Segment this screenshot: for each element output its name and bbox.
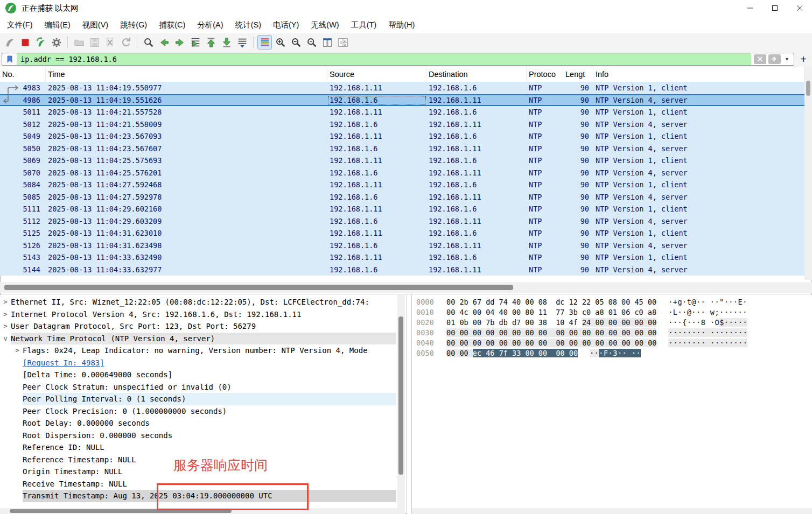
packet-row[interactable]: 50842025-08-13 11:04:27.592468192.168.1.… [0,179,804,191]
expand-icon[interactable]: > [12,344,23,357]
minimize-button[interactable] [738,0,762,16]
detail-line[interactable]: Peer Clock Stratum: unspecified or inval… [0,381,397,393]
hex-row[interactable]: 001000 4c 00 04 40 00 80 11 77 3b c0 a8 … [412,307,812,318]
restart-capture-button[interactable] [33,35,48,50]
detail-line[interactable]: >Flags: 0x24, Leap Indicator: no warning… [0,344,397,357]
menu-item-analyze[interactable]: 分析(A) [191,16,229,34]
hex-row[interactable]: 005000 00 ec 46 7f 33 00 00 00 00···F·3·… [412,348,812,358]
expand-icon[interactable]: > [0,320,11,333]
filter-apply-button[interactable] [768,54,781,64]
save-file-button[interactable] [87,35,102,50]
scrollbar-thumb[interactable] [806,81,810,96]
detail-line[interactable]: Peer Polling Interval: 0 (1 seconds) [0,393,397,405]
hex-row[interactable]: 000000 2b 67 dd 74 40 00 08 dc 12 22 05 … [412,297,812,307]
detail-line[interactable]: Reference ID: NULL [0,441,397,454]
detail-line[interactable]: Peer Clock Precision: 0 (1.000000000 sec… [0,405,397,418]
column-header-no[interactable]: No. [0,67,46,82]
collapse-icon[interactable]: v [0,333,11,345]
detail-line[interactable]: >User Datagram Protocol, Src Port: 123, … [0,320,397,333]
filter-dropdown-button[interactable]: ▼ [782,57,792,62]
zoom-reset-button[interactable] [304,35,319,50]
scrollbar-thumb[interactable] [398,316,403,475]
packet-row[interactable]: 50702025-08-13 11:04:25.576201192.168.1.… [0,167,804,179]
close-button[interactable] [787,0,812,16]
packet-row[interactable]: 50852025-08-13 11:04:27.592978192.168.1.… [0,191,804,203]
expand-icon[interactable]: > [0,308,11,321]
details-vertical-scrollbar[interactable] [397,295,405,508]
menu-item-go[interactable]: 跳转(G) [114,16,153,34]
stop-capture-button[interactable] [18,35,32,50]
zoom-out-button[interactable] [289,35,303,50]
detail-line[interactable]: >Internet Protocol Version 4, Src: 192.1… [0,308,397,321]
maximize-button[interactable] [762,0,787,16]
packet-row[interactable]: 51252025-08-13 11:04:31.623010192.168.1.… [0,227,804,240]
scrollbar-thumb[interactable] [4,285,513,290]
packet-row[interactable]: 51442025-08-13 11:04:33.632977192.168.1.… [0,264,804,276]
close-file-button[interactable] [103,35,117,50]
hex-row[interactable]: 002001 0b 00 7b db d7 00 38 10 4f 24 00 … [412,318,812,328]
last-packet-button[interactable] [219,35,234,50]
menu-item-view[interactable]: 视图(V) [76,16,114,34]
previous-packet-button[interactable] [157,35,171,50]
packet-row[interactable]: 51262025-08-13 11:04:31.623498192.168.1.… [0,240,804,252]
packet-row[interactable]: 49862025-08-13 11:04:19.551626192.168.1.… [0,94,804,107]
packet-row[interactable]: 50492025-08-13 11:04:23.567093192.168.1.… [0,130,804,143]
detail-line[interactable]: Root Dispersion: 0.000000 seconds [0,429,397,442]
packet-row[interactable]: 51112025-08-13 11:04:29.602160192.168.1.… [0,203,804,215]
request-in-link[interactable]: [Request In: 4983] [0,357,397,369]
reload-file-button[interactable] [118,35,133,50]
start-capture-button[interactable] [2,35,17,50]
menu-item-telephony[interactable]: 电话(Y) [267,16,305,34]
filter-add-button[interactable]: + [796,53,810,66]
pane-splitter[interactable] [407,294,412,514]
filter-bookmark-button[interactable] [2,53,17,66]
colorize-packets-button[interactable] [257,35,272,50]
menu-item-statistics[interactable]: 统计(S) [229,16,267,34]
detail-line[interactable]: Root Delay: 0.000000 seconds [0,417,397,429]
first-packet-button[interactable] [204,35,218,50]
column-header-protocol[interactable]: Protoco [527,67,563,82]
packet-list-horizontal-scrollbar[interactable] [0,282,812,293]
packet-row[interactable]: 49832025-08-13 11:04:19.550977192.168.1.… [0,82,804,94]
packet-list-vertical-scrollbar[interactable] [804,67,812,280]
detail-line[interactable]: vNetwork Time Protocol (NTP Version 4, s… [0,333,397,345]
next-packet-button[interactable] [172,35,187,50]
cell-proto: NTP [527,130,563,143]
find-packet-button[interactable] [141,35,156,50]
menu-item-capture[interactable]: 捕获(C) [153,16,191,34]
menu-item-help[interactable]: 帮助(H) [382,16,421,34]
menu-item-tools[interactable]: 工具(T) [345,16,383,34]
zoom-in-button[interactable] [273,35,288,50]
menu-item-file[interactable]: 文件(F) [1,16,39,34]
layout-columns-button[interactable]: 123 [335,35,350,50]
menu-item-edit[interactable]: 编辑(E) [39,16,76,34]
packet-row[interactable]: 50502025-08-13 11:04:23.567607192.168.1.… [0,143,804,155]
column-header-time[interactable]: Time [46,67,327,82]
hex-ascii: ·+g·t@·· ··"···E· [668,297,747,307]
column-header-info[interactable]: Info [593,67,804,82]
column-header-source[interactable]: Source [327,67,426,82]
go-to-packet-button[interactable] [188,35,202,50]
filter-clear-button[interactable] [754,54,766,64]
menu-item-wireless[interactable]: 无线(W) [305,16,345,34]
packet-row[interactable]: 50112025-08-13 11:04:21.557528192.168.1.… [0,106,804,118]
hex-horizontal-scrollbar[interactable] [412,508,812,514]
auto-scroll-button[interactable] [235,35,249,50]
hex-row[interactable]: 003000 00 00 00 00 00 00 00 00 00 00 00 … [412,328,812,338]
packet-row[interactable]: 50692025-08-13 11:04:25.575693192.168.1.… [0,154,804,167]
hex-ascii: ·L··@··· w;······ [668,307,747,318]
display-filter-input[interactable]: ip.addr == 192.168.1.6 [17,53,751,66]
packet-row[interactable]: 51122025-08-13 11:04:29.603209192.168.1.… [0,215,804,228]
expand-icon[interactable]: > [0,296,11,308]
detail-line[interactable]: >Ethernet II, Src: Wiznet_12:22:05 (00:0… [0,296,397,308]
open-file-button[interactable] [72,35,86,50]
detail-line[interactable]: [Delta Time: 0.000649000 seconds] [0,369,397,381]
cell-no: 5144 [0,264,46,276]
packet-row[interactable]: 50122025-08-13 11:04:21.558009192.168.1.… [0,118,804,131]
column-header-length[interactable]: Lengt [563,67,593,82]
resize-columns-button[interactable] [320,35,334,50]
column-header-destination[interactable]: Destination [426,67,527,82]
packet-row[interactable]: 51432025-08-13 11:04:33.632490192.168.1.… [0,251,804,264]
hex-row[interactable]: 004000 00 00 00 00 00 00 00 00 00 00 00 … [412,338,812,348]
capture-options-button[interactable] [49,35,64,50]
